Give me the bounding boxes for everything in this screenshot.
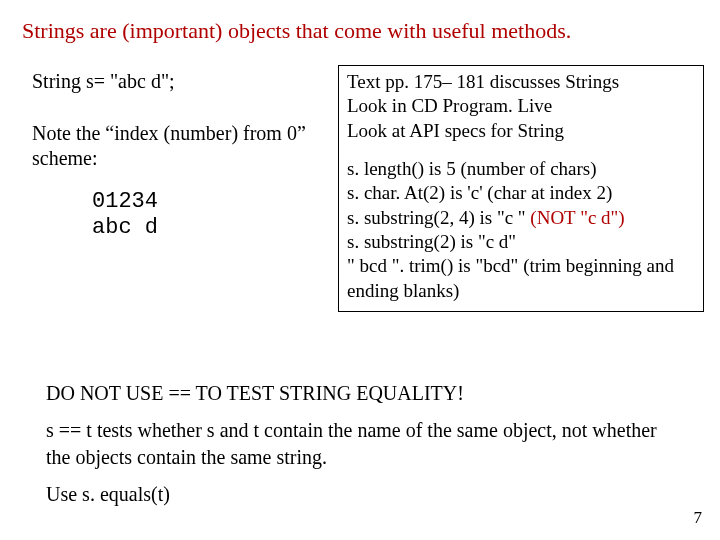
equality-explain: s == t tests whether s and t contain the… — [46, 417, 676, 471]
index-example: 01234 abc d — [32, 189, 332, 242]
box-api-specs: Look at API specs for String — [347, 119, 695, 143]
box-charat: s. char. At(2) is 'c' (char at index 2) — [347, 181, 695, 205]
box-cd-program: Look in CD Program. Live — [347, 94, 695, 118]
box-substring-not: (NOT "c d") — [530, 207, 624, 228]
string-declaration: String s= "abc d"; — [32, 70, 332, 93]
page-number: 7 — [694, 508, 703, 528]
equality-warning: DO NOT USE == TO TEST STRING EQUALITY! — [46, 380, 676, 407]
box-trim: " bcd ". trim() is "bcd" (trim beginning… — [347, 254, 695, 303]
use-equals: Use s. equals(t) — [46, 481, 676, 508]
index-row-numbers: 01234 — [92, 189, 158, 214]
box-substring-2-4-main: s. substring(2, 4) is "c " — [347, 207, 530, 228]
box-text-pages: Text pp. 175– 181 discusses Strings — [347, 70, 695, 94]
info-box: Text pp. 175– 181 discusses Strings Look… — [338, 65, 704, 312]
box-substring-2: s. substring(2) is "c d" — [347, 230, 695, 254]
index-row-chars: abc d — [92, 215, 158, 240]
box-length: s. length() is 5 (number of chars) — [347, 157, 695, 181]
left-column: String s= "abc d"; Note the “index (numb… — [32, 70, 332, 242]
bottom-section: DO NOT USE == TO TEST STRING EQUALITY! s… — [46, 380, 676, 508]
slide-title: Strings are (important) objects that com… — [0, 0, 720, 44]
box-substring-2-4: s. substring(2, 4) is "c " (NOT "c d") — [347, 206, 695, 230]
index-note: Note the “index (number) from 0” scheme: — [32, 121, 332, 171]
